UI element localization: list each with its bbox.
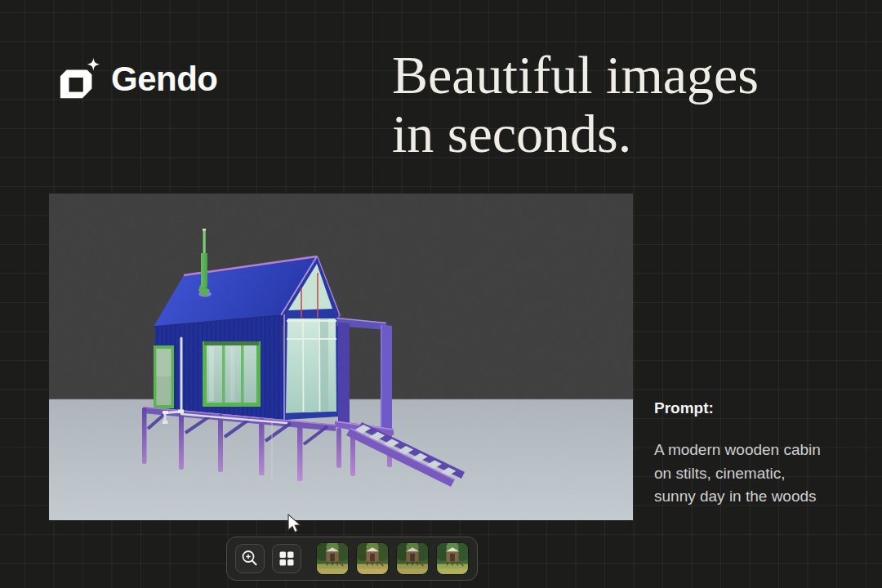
thumbnail-variation-4[interactable] [436, 542, 469, 575]
headline-line-1: Beautiful images [392, 46, 849, 105]
cabin-photo-thumbnail [437, 543, 468, 574]
cabin-photo-thumbnail [357, 543, 388, 574]
prompt-line-3: sunny day in the woods [654, 485, 850, 509]
grid-view-button[interactable] [272, 544, 301, 573]
render-image [49, 194, 633, 520]
logo: Gendo [56, 57, 218, 101]
thumbnail-variation-3[interactable] [396, 542, 429, 575]
gendo-promo-page: Gendo Beautiful images in seconds. [0, 0, 882, 588]
zoom-in-button[interactable] [235, 544, 265, 573]
prompt-label: Prompt: [654, 399, 850, 417]
sparkle-icon [87, 58, 100, 70]
page-title: Beautiful images in seconds. [392, 46, 849, 163]
prompt-line-1: A modern wooden cabin [654, 439, 850, 462]
headline-line-2: in seconds. [392, 105, 849, 163]
zoom-in-icon [239, 548, 261, 569]
thumbnail-variation-2[interactable] [356, 542, 389, 575]
prompt-line-2: on stilts, cinematic, [654, 462, 850, 486]
grid-view-icon [276, 548, 297, 569]
logo-text: Gendo [111, 57, 218, 101]
prompt-panel: Prompt: A modern wooden cabin on stilts,… [654, 399, 850, 509]
cabin-photo-thumbnail [397, 543, 428, 574]
viewer-toolbar [226, 537, 478, 581]
prompt-text: A modern wooden cabin on stilts, cinemat… [654, 439, 850, 509]
cabin-photo-thumbnail [317, 543, 348, 574]
thumbnail-variation-1[interactable] [316, 542, 349, 575]
gendo-cube-icon [56, 57, 103, 101]
render-viewport[interactable] [49, 194, 633, 520]
